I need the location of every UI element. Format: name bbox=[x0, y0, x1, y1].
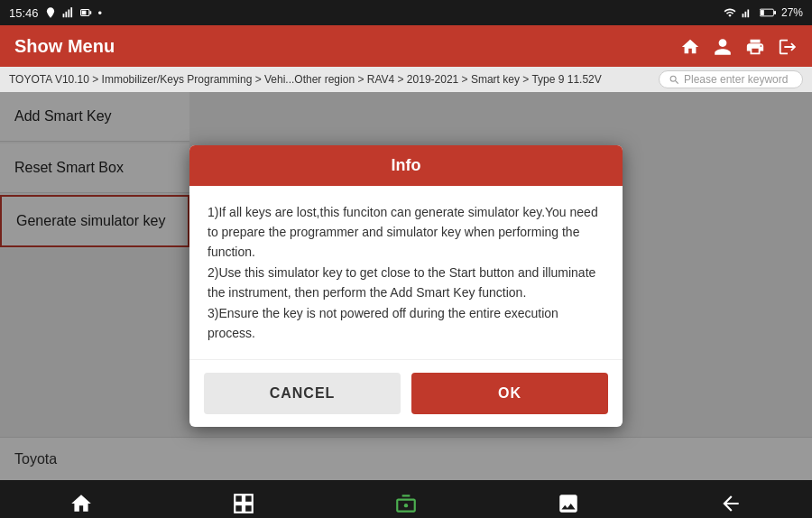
svg-rect-16 bbox=[235, 504, 243, 513]
signal-icon bbox=[62, 6, 75, 19]
nav-image-icon[interactable] bbox=[557, 492, 580, 515]
status-bar: 15:46 • 27% bbox=[0, 0, 812, 25]
header-title: Show Menu bbox=[14, 36, 115, 57]
svg-point-18 bbox=[404, 504, 408, 507]
status-left: 15:46 • bbox=[9, 6, 102, 20]
main-content: Add Smart Key Reset Smart Box Generate s… bbox=[0, 92, 812, 480]
status-right: 27% bbox=[724, 6, 803, 19]
cancel-button[interactable]: CANCEL bbox=[204, 373, 401, 414]
svg-rect-1 bbox=[62, 14, 64, 17]
search-box[interactable]: Please enter keyword bbox=[659, 70, 803, 88]
svg-rect-6 bbox=[81, 11, 86, 15]
svg-rect-9 bbox=[744, 12, 746, 17]
bottom-nav bbox=[0, 480, 812, 518]
dialog-overlay: Info 1)If all keys are lost,this funcito… bbox=[0, 92, 812, 480]
info-dialog: Info 1)If all keys are lost,this funcito… bbox=[189, 145, 623, 428]
battery-small-icon bbox=[80, 6, 93, 19]
nav-back-icon[interactable] bbox=[719, 492, 743, 515]
svg-rect-3 bbox=[68, 10, 69, 18]
search-placeholder: Please enter keyword bbox=[684, 73, 788, 86]
dialog-header: Info bbox=[189, 145, 623, 186]
svg-rect-8 bbox=[743, 14, 744, 17]
breadcrumb-text: TOYOTA V10.10 > Immobilizer/Keys Program… bbox=[9, 73, 659, 86]
exit-header-icon[interactable] bbox=[778, 35, 798, 57]
dialog-body: 1)If all keys are lost,this funciton can… bbox=[189, 186, 623, 360]
wifi-icon bbox=[724, 6, 736, 19]
dot1: • bbox=[98, 6, 103, 20]
svg-rect-7 bbox=[89, 11, 91, 14]
app-header: Show Menu bbox=[0, 25, 812, 67]
svg-rect-12 bbox=[761, 10, 764, 15]
breadcrumb: TOYOTA V10.10 > Immobilizer/Keys Program… bbox=[0, 67, 812, 92]
svg-rect-10 bbox=[747, 10, 749, 18]
ok-button[interactable]: OK bbox=[411, 373, 608, 414]
nav-home-icon[interactable] bbox=[69, 492, 93, 515]
svg-rect-17 bbox=[245, 504, 253, 513]
home-header-icon[interactable] bbox=[680, 35, 700, 57]
time-display: 15:46 bbox=[9, 6, 39, 20]
nav-tool-icon[interactable] bbox=[394, 492, 418, 515]
svg-rect-15 bbox=[245, 495, 253, 503]
user-header-icon[interactable] bbox=[713, 35, 733, 57]
svg-rect-13 bbox=[774, 11, 776, 14]
svg-rect-4 bbox=[70, 7, 72, 17]
svg-rect-14 bbox=[235, 495, 243, 503]
battery-icon bbox=[760, 6, 776, 19]
nav-square-icon[interactable] bbox=[232, 492, 255, 515]
dialog-footer: CANCEL OK bbox=[189, 359, 623, 427]
battery-percent: 27% bbox=[781, 6, 803, 19]
signal2-icon bbox=[742, 6, 754, 19]
dialog-body-text: 1)If all keys are lost,this funciton can… bbox=[208, 205, 598, 340]
dialog-title: Info bbox=[392, 156, 421, 174]
location-icon bbox=[44, 6, 57, 19]
svg-rect-2 bbox=[65, 12, 67, 17]
printer-header-icon[interactable] bbox=[745, 35, 765, 57]
search-icon bbox=[669, 74, 680, 86]
header-icons bbox=[680, 35, 798, 57]
